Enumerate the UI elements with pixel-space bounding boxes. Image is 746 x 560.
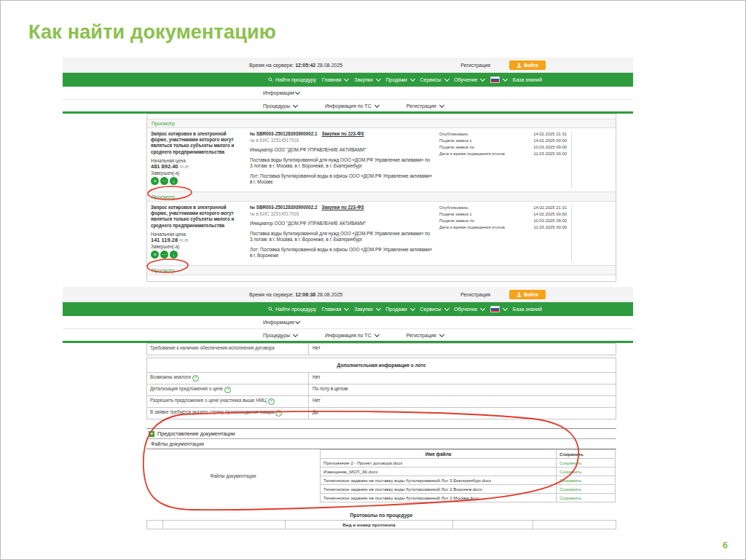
- login-button[interactable]: Войти: [509, 290, 546, 299]
- nav-label: Сервисы: [420, 307, 441, 312]
- date-value: 14.02.2025 21:31: [533, 205, 567, 211]
- nav-item-services[interactable]: Сервисы: [420, 77, 448, 82]
- nav-item-knowledge-base[interactable]: База знаний: [513, 77, 542, 82]
- save-link[interactable]: Сохранить: [560, 469, 581, 474]
- chevron-down-icon: [376, 306, 381, 311]
- chevron-down-icon: [439, 331, 444, 336]
- row-label: Требование к наличию обеспечения исполне…: [147, 344, 309, 355]
- lot-action-icons: ≡ ··· ↓: [151, 177, 244, 185]
- submenu-item-registration[interactable]: Регистрация: [407, 103, 444, 109]
- server-time-label: Время на сервере:: [249, 292, 294, 297]
- chevron-down-icon: [410, 76, 415, 82]
- download-icon[interactable]: ↓: [170, 251, 178, 259]
- lot-card-1: Запрос котировок в электронной форме, уч…: [147, 128, 616, 192]
- date-row: Опубликовано14.02.2025 21:31: [439, 131, 567, 138]
- nav-label: Продажи: [385, 307, 407, 312]
- row-label: Возможны аналоги?: [147, 373, 309, 384]
- start-price-label: Начальная цена: [151, 232, 244, 237]
- site-topbar: Время на сервере: 12:05:42 28.08.2025 Ре…: [63, 58, 633, 73]
- save-link[interactable]: Сохранить: [560, 495, 581, 500]
- help-icon[interactable]: ?: [268, 398, 275, 405]
- save-link[interactable]: Сохранить: [560, 486, 581, 492]
- help-icon[interactable]: ?: [192, 375, 199, 382]
- submenu-item-ts-info[interactable]: Информация по ТС: [325, 333, 379, 338]
- help-icon[interactable]: ?: [275, 410, 282, 417]
- currency: RUB: [179, 238, 188, 242]
- login-button[interactable]: Войти: [509, 60, 546, 70]
- lot-empty-col: [571, 205, 616, 262]
- help-icon[interactable]: ?: [224, 387, 231, 393]
- nav-item-education[interactable]: Обучение: [454, 77, 484, 82]
- main-nav: Найти процедуру Главная Закупки Продажи …: [63, 73, 633, 87]
- slide-title: Как найти документацию: [28, 21, 276, 44]
- row-value: Нет: [309, 344, 616, 355]
- chat-icon[interactable]: ···: [160, 177, 168, 185]
- submenu-information[interactable]: Информация: [63, 316, 633, 329]
- nav-label: База знаний: [513, 77, 542, 82]
- expand-plus-icon[interactable]: +: [149, 431, 154, 437]
- submenu-item-registration[interactable]: Регистрация: [407, 333, 444, 338]
- nav-label: Найти процедуру: [275, 77, 316, 82]
- file-row: Техническое задание на поставку воды бут…: [321, 485, 615, 494]
- nav-item-sales[interactable]: Продажи: [385, 77, 414, 82]
- chevron-down-icon: [444, 306, 449, 311]
- col-filename: Имя файла: [321, 450, 557, 458]
- nav-item-education[interactable]: Обучение: [454, 307, 484, 312]
- lot-status: Завершен(-а): [151, 170, 244, 176]
- nav-item-find-procedure[interactable]: Найти процедуру: [268, 307, 316, 312]
- view-link[interactable]: Просмотр: [152, 121, 175, 126]
- nav-item-services[interactable]: Сервисы: [420, 307, 448, 312]
- nav-item-sales[interactable]: Продажи: [385, 307, 414, 312]
- row-value: По лоту в целом: [309, 384, 616, 395]
- view-link-lot1[interactable]: Просмотр: [152, 194, 175, 200]
- person-icon: [517, 63, 522, 68]
- server-date: 28.08.2025: [317, 292, 342, 297]
- save-link[interactable]: Сохранить: [560, 460, 581, 465]
- registration-link[interactable]: Регистрация: [460, 63, 490, 68]
- submenu-information[interactable]: Информация: [63, 87, 633, 100]
- chevron-down-icon: [503, 76, 508, 82]
- server-time: Время на сервере: 12:06:38 28.08.2025: [249, 292, 342, 297]
- submenu-row: Процедуры Информация по ТС Регистрация: [63, 100, 633, 111]
- submenu-item-ts-info[interactable]: Информация по ТС: [325, 103, 379, 109]
- nav-label: Закупки: [354, 307, 373, 312]
- download-icon[interactable]: ↓: [170, 177, 178, 185]
- chat-icon[interactable]: ···: [160, 251, 168, 259]
- lot-left-col: Запрос котировок в электронной форме, уч…: [151, 131, 244, 189]
- nav-item-home[interactable]: Главная: [322, 307, 349, 312]
- save-link[interactable]: Сохранить: [560, 478, 581, 483]
- lot-mid-col: № SBR003-250128393900002.2Закупки по 223…: [250, 205, 433, 262]
- documentation-section-header[interactable]: + Предоставление документации: [146, 428, 616, 439]
- files-heading: Файлы документации: [146, 439, 616, 449]
- nav-item-knowledge-base[interactable]: База знаний: [513, 307, 542, 312]
- nav-label: Главная: [322, 77, 342, 82]
- view-link-lot2[interactable]: Просмотр: [152, 268, 175, 273]
- nav-item-home[interactable]: Главная: [322, 77, 349, 82]
- law-223fz-link[interactable]: Закупки по 223-ФЗ: [321, 131, 364, 136]
- section-title: Предоставление документации: [157, 430, 235, 437]
- chevron-down-icon: [295, 90, 300, 95]
- protocols-col: [533, 521, 616, 529]
- law-223fz-link[interactable]: Закупки по 223-ФЗ: [321, 205, 364, 210]
- nav-item-purchases[interactable]: Закупки: [354, 77, 380, 82]
- chevron-down-icon: [374, 331, 380, 336]
- table-row: Возможны аналоги? Нет: [147, 373, 616, 384]
- lot-line: Лот: Поставка бутилированной воды в офис…: [250, 173, 433, 186]
- nav-item-find-procedure[interactable]: Найти процедуру: [268, 77, 316, 82]
- nav-item-language[interactable]: [490, 76, 507, 83]
- date-row: Подача заявок с14.02.2025 00:00: [439, 138, 567, 144]
- submenu-label: Регистрация: [407, 103, 436, 109]
- lot-number: № SBR003-250128393900002.2: [250, 205, 317, 210]
- submenu-item-procedures[interactable]: Процедуры: [263, 333, 297, 338]
- nav-item-language[interactable]: [490, 306, 507, 312]
- date-row: Подача заявок с14.02.2025 00:00: [439, 211, 567, 218]
- lot-initiator: Инициатор ООО "ДОМ.РФ УПРАВЛЕНИЕ АКТИВАМ…: [250, 147, 433, 154]
- submenu-item-procedures[interactable]: Процедуры: [263, 103, 297, 109]
- slide: Как найти документацию Время на сервере:…: [0, 0, 746, 560]
- nav-item-purchases[interactable]: Закупки: [354, 307, 380, 312]
- submenu-label: Процедуры: [263, 333, 290, 338]
- chevron-down-icon: [439, 102, 444, 107]
- protocol-icon[interactable]: ≡: [151, 177, 159, 185]
- protocol-icon[interactable]: ≡: [151, 251, 159, 259]
- registration-link[interactable]: Регистрация: [460, 292, 490, 297]
